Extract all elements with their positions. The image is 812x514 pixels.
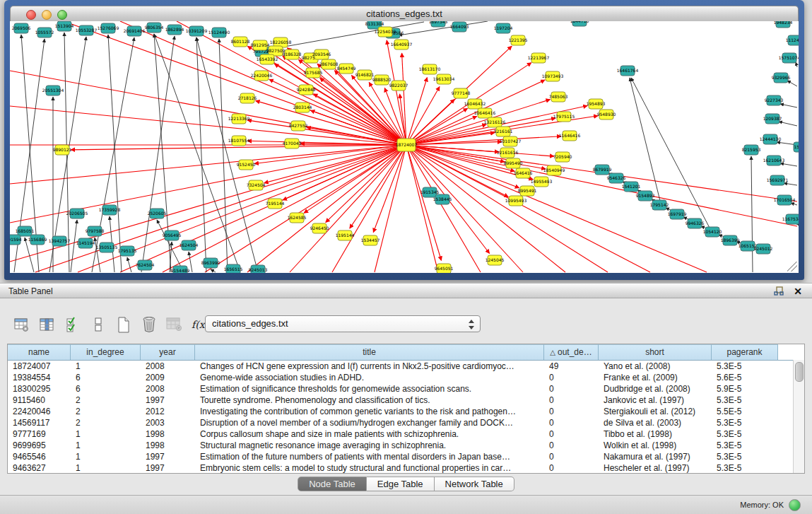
close-panel-icon[interactable]: ✕ [794, 285, 802, 298]
network-node[interactable]: 1156869 [28, 235, 47, 245]
network-node[interactable]: 9890121 [53, 145, 72, 155]
window-titlebar[interactable]: citations_edges.txt [10, 6, 799, 23]
network-node[interactable]: 1054120 [703, 227, 722, 237]
network-node[interactable]: 7485063 [549, 92, 568, 102]
select-columns-button[interactable] [62, 315, 83, 334]
tab-node-table[interactable]: Node Table [298, 477, 367, 491]
network-node[interactable]: 8427552 [289, 121, 308, 131]
network-node[interactable]: 2069506 [12, 23, 31, 33]
network-node[interactable]: 1245045 [486, 255, 505, 265]
network-node[interactable]: 391594 [10, 235, 22, 245]
network-node[interactable]: 1697919 [668, 209, 687, 219]
network-node[interactable]: 1697343 [429, 21, 448, 27]
network-node[interactable]: 1197204 [494, 23, 513, 33]
network-node[interactable]: 16461764 [617, 66, 639, 76]
network-node[interactable]: 1513904 [55, 21, 74, 31]
network-node[interactable]: 1055572 [35, 28, 54, 37]
network-node[interactable]: 8454749 [337, 64, 356, 74]
network-node[interactable]: 7195144 [266, 199, 285, 209]
network-node[interactable]: 15692971 [767, 175, 789, 185]
network-node[interactable]: 1541201 [622, 182, 641, 192]
table-row[interactable]: 1938455462009Genome-wide association stu… [8, 372, 804, 383]
show-columns-button[interactable] [37, 315, 58, 334]
column-header-out_degree[interactable]: △out_de… [544, 344, 599, 360]
network-node[interactable]: 1112438 [786, 35, 799, 45]
network-node[interactable]: 10995493 [505, 196, 527, 206]
network-node[interactable]: 9645051 [435, 264, 454, 273]
network-node[interactable]: 1862894 [165, 25, 184, 35]
network-node[interactable]: 9946326 [686, 218, 705, 228]
network-node[interactable]: 1538445 [433, 194, 452, 204]
network-node[interactable]: 9806354 [145, 23, 164, 33]
network-node[interactable]: 12444130 [760, 134, 782, 144]
network-node[interactable]: 9797588 [86, 226, 105, 236]
network-node[interactable]: 1216161 [494, 127, 513, 136]
network-node[interactable]: 9242848 [297, 85, 316, 95]
network-node[interactable]: 19613034 [433, 74, 455, 84]
network-node[interactable]: 1795135 [118, 246, 137, 256]
network-node[interactable]: 2867608 [319, 59, 339, 69]
network-node[interactable]: 13505135 [96, 243, 118, 252]
network-node[interactable]: 13216126 [484, 117, 506, 127]
column-header-year[interactable]: year [141, 344, 195, 360]
network-node[interactable]: 18613170 [419, 64, 441, 74]
network-node[interactable]: 2520605 [148, 209, 167, 218]
network-node[interactable]: 1624504 [180, 240, 199, 250]
network-node[interactable]: 16210643 [763, 156, 785, 165]
network-node[interactable]: 12213967 [528, 53, 550, 63]
network-node[interactable]: 1195144 [336, 230, 355, 240]
network-node[interactable]: 8245013 [249, 265, 268, 273]
column-header-short[interactable]: short [599, 344, 712, 360]
table-row[interactable]: 1456911722003Disruption of a novel membe… [8, 417, 804, 428]
network-node[interactable]: 7624504 [136, 260, 155, 270]
network-node[interactable]: 16046432 [464, 99, 486, 109]
network-node[interactable]: 1646416 [514, 168, 533, 178]
network-node[interactable]: 15276069 [98, 23, 119, 33]
network-node[interactable]: 8186328 [283, 49, 302, 59]
network-node[interactable]: 20551304 [42, 86, 64, 95]
network-node[interactable]: 9154489 [171, 266, 190, 273]
network-node[interactable]: 10107427 [500, 136, 522, 146]
column-header-pagerank[interactable]: pagerank [712, 344, 778, 360]
table-row[interactable]: 1872400712008Changes of HCN gene express… [8, 361, 804, 372]
network-node[interactable]: 9777148 [452, 88, 471, 98]
tab-edge-table[interactable]: Edge Table [367, 477, 435, 491]
network-node[interactable]: 1954893 [587, 99, 606, 109]
table-row[interactable]: 946362711997Embryonic stem cells: a mode… [8, 462, 804, 474]
network-node[interactable]: 15124490 [208, 28, 230, 37]
network-node[interactable]: 9246450 [310, 223, 329, 233]
network-node[interactable]: 4170043 [283, 139, 302, 148]
table-row[interactable]: 977716911998Corpus callosum shape and si… [8, 428, 804, 440]
network-node[interactable]: 9152450 [237, 160, 256, 170]
column-header-title[interactable]: title [195, 344, 544, 360]
network-node[interactable]: 1664093 [450, 22, 469, 32]
scrollbar-thumb[interactable] [795, 362, 804, 382]
network-node[interactable]: 9888520 [372, 75, 392, 85]
resize-grip[interactable] [787, 262, 797, 271]
network-node[interactable]: 1844710 [570, 21, 589, 26]
network-node[interactable]: 9548930 [597, 110, 616, 119]
network-node[interactable]: 17359928 [99, 205, 121, 215]
row-height-button[interactable] [88, 315, 109, 334]
network-node[interactable]: 18107554 [228, 136, 250, 146]
table-row[interactable]: 969969511998Structural magnetic resonanc… [8, 440, 804, 451]
network-node[interactable]: 1221395 [509, 35, 528, 45]
network-node[interactable]: 1534457 [361, 235, 380, 245]
vertical-scrollbar[interactable] [793, 360, 804, 473]
network-graph[interactable]: 2069506105557215139041055328715276069206… [10, 21, 799, 273]
network-node[interactable]: 9822037 [389, 81, 408, 90]
network-node[interactable]: 1656515 [224, 264, 243, 273]
network-node[interactable]: 10973493 [542, 71, 564, 81]
network-node[interactable]: 1209387 [763, 114, 782, 124]
network-node[interactable]: 11675345 [782, 214, 799, 224]
table-select[interactable]: citations_edges.txt [205, 315, 481, 332]
float-panel-icon[interactable] [774, 286, 784, 296]
network-node[interactable]: 8601128 [231, 37, 250, 47]
tab-network-table[interactable]: Network Table [435, 477, 514, 491]
network-node[interactable]: 9245012 [754, 244, 773, 254]
network-node[interactable]: 8963990 [201, 258, 220, 268]
column-header-name[interactable]: name [8, 344, 71, 360]
network-node[interactable]: 9146821 [355, 70, 375, 80]
network-node[interactable]: 12161616 [497, 148, 519, 158]
network-node[interactable]: 9546326 [607, 173, 626, 183]
